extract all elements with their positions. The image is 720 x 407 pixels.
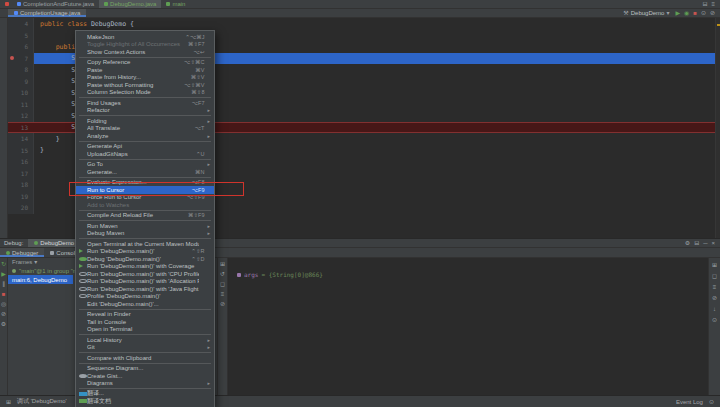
menu-item[interactable]: Paste from History... ⌘⇧V ▸ — [76, 74, 214, 82]
gutter-line-number[interactable]: 7 — [8, 53, 34, 65]
toolwindow-switcher-icon[interactable]: ⊞ — [6, 399, 11, 405]
more-icon[interactable]: ≡ — [711, 1, 715, 7]
gutter-line-number[interactable]: 5 — [8, 30, 34, 42]
gutter-line-number[interactable]: 10 — [8, 87, 34, 99]
rerun-icon[interactable]: ↻ — [1, 261, 6, 267]
menu-item[interactable]: Generate... ⌘N ▸ — [76, 168, 214, 176]
pause-icon[interactable]: ∥ — [2, 281, 5, 287]
layout-icon[interactable]: ⊟ — [702, 1, 707, 7]
menu-item[interactable]: Git ▸ — [76, 344, 214, 352]
gutter-line-number[interactable]: 19 — [8, 191, 34, 203]
gutter-line-number[interactable]: 18 — [8, 179, 34, 191]
stop-icon[interactable]: ■ — [2, 291, 6, 297]
menu-item[interactable]: Show Context Actions ⌥↩ ▸ — [76, 48, 214, 56]
menu-item[interactable]: Force Run to Cursor ⌥⇧F9 ▸ — [76, 194, 214, 202]
menu-item[interactable]: Run Maven ▸ — [76, 222, 214, 230]
editor-tab-completionusage[interactable]: CompletionUsage.java — [8, 9, 86, 17]
menu-item[interactable]: Run 'DebugDemo.main()' with 'Java Flight… — [76, 285, 214, 293]
menu-item[interactable]: UploadGitNaps ⌃U ▸ — [76, 150, 214, 158]
build-hammer-icon[interactable]: ⚒ — [623, 10, 628, 16]
window-tab-main[interactable]: main — [161, 0, 190, 8]
menu-item[interactable]: Copy Reference ⌥⇧⌘C ▸ — [76, 59, 214, 67]
menu-item[interactable]: Run 'DebugDemo.main()' with 'CPU Profile… — [76, 270, 214, 278]
menu-item[interactable]: Go To ▸ — [76, 161, 214, 169]
menu-item[interactable]: Refactor ▸ — [76, 107, 214, 115]
menu-item[interactable]: Sequence Diagram... ▸ — [76, 365, 214, 373]
menu-item[interactable]: Compile And Reload File ⌘⇧F9 ▸ — [76, 212, 214, 220]
left-toolwindow-rail[interactable] — [0, 18, 8, 238]
run-configuration[interactable]: ⚒ DebugDemo ▾ — [623, 10, 669, 16]
menu-item[interactable]: Debug 'DebugDemo.main()' ⌃⇧D ▸ — [76, 255, 214, 263]
search-everywhere-icon[interactable]: ⊘ — [710, 10, 715, 16]
gutter-line-number[interactable]: 4 — [8, 18, 34, 30]
gutter-line-number[interactable]: 9 — [8, 76, 34, 88]
menu-item[interactable]: Diagrams ▸ — [76, 380, 214, 388]
menu-item[interactable]: Create Gist... ▸ — [76, 372, 214, 380]
variable-row[interactable]: args = {String[0]@866} — [228, 270, 708, 279]
circle-icon[interactable]: ⊙ — [712, 317, 717, 323]
menu-item[interactable]: Add to Watches ▸ — [76, 201, 214, 209]
menu-item[interactable]: Debug Maven ▸ — [76, 230, 214, 238]
menu-item[interactable]: Profile 'DebugDemo.main()' ▸ — [76, 293, 214, 301]
bell-icon[interactable]: ⊙ — [709, 399, 714, 405]
frame-main[interactable]: main:6, DebugDemo — [8, 275, 73, 284]
restore-layout-icon[interactable]: ↺ — [220, 271, 225, 277]
menu-item[interactable]: MakeJson ⌃⌥⌘J ▸ — [76, 33, 214, 41]
gutter-line-number[interactable]: 6 — [8, 41, 34, 53]
tab-debugger[interactable]: Debugger — [0, 248, 44, 257]
gutter-line-number[interactable]: 20 — [8, 202, 34, 214]
menu-item[interactable]: Open Terminal at the Current Maven Modul… — [76, 240, 214, 248]
profiler-icon[interactable]: ⊙ — [701, 10, 706, 16]
list-icon[interactable]: ≡ — [221, 291, 225, 297]
resume-icon[interactable]: ▶ — [1, 271, 6, 277]
camera-icon[interactable]: ◻ — [220, 281, 225, 287]
menu-item[interactable]: Paste ⌘V ▸ — [76, 66, 214, 74]
menu-item[interactable]: Evaluate Expression... ⌥F8 ▸ — [76, 179, 214, 187]
gutter-line-number[interactable]: 15 — [8, 145, 34, 157]
menu-item[interactable]: Paste without Formatting ⌥⇧⌘V ▸ — [76, 81, 214, 89]
mute-breakpoints-icon[interactable]: ⊘ — [1, 311, 6, 317]
hide-icon[interactable]: ─ — [703, 240, 707, 246]
menu-item[interactable]: Generate Api ▸ — [76, 143, 214, 151]
menu-item[interactable]: Tail in Console ▸ — [76, 318, 214, 326]
menu-item[interactable]: Run 'DebugDemo.main()' ⌃⇧R ▸ — [76, 248, 214, 256]
variables-panel[interactable]: args = {String[0]@866} — [228, 258, 708, 395]
error-stripe[interactable] — [715, 18, 720, 238]
gutter-line-number[interactable]: 14 — [8, 133, 34, 145]
settings-icon[interactable]: ⚙ — [1, 321, 6, 327]
menu-item[interactable]: Analyze ▸ — [76, 132, 214, 140]
debug-bug-icon[interactable]: ◉ — [684, 10, 689, 16]
gutter-line-number[interactable]: 16 — [8, 156, 34, 168]
stop-icon[interactable]: ■ — [693, 10, 697, 16]
close-icon[interactable]: × — [711, 240, 715, 246]
window-control-icon[interactable] — [5, 2, 9, 6]
menu-item-run-to-cursor[interactable]: Run to Cursor ⌥F9 ▸ — [76, 186, 214, 194]
view-breakpoints-icon[interactable]: ◎ — [1, 301, 6, 307]
code-line[interactable]: 4 public class DebugDemo { — [8, 18, 720, 30]
menu-item[interactable]: Find Usages ⌥F7 ▸ — [76, 99, 214, 107]
down-icon[interactable]: ↓ — [713, 306, 716, 312]
float-icon[interactable]: ⊟ — [694, 240, 699, 246]
window-icon[interactable]: ◻ — [712, 273, 717, 279]
menu-item[interactable]: All Translate ⌥T ▸ — [76, 125, 214, 133]
breakpoint-icon[interactable] — [10, 56, 14, 60]
slash-icon[interactable]: ⊘ — [712, 295, 717, 301]
debug-session-tab[interactable]: DebugDemo — [28, 239, 80, 247]
gutter-line-number[interactable]: 11 — [8, 99, 34, 111]
window-tab-debugdemo[interactable]: DebugDemo.java — [99, 0, 161, 8]
menu-item[interactable]: Toggle Highlight of All Occurrences ⌘⇧F7… — [76, 41, 214, 49]
menu-item[interactable]: Local History ▸ — [76, 336, 214, 344]
window-tab-completionandfuture[interactable]: CompletionAndFuture.java — [12, 0, 99, 8]
gutter-line-number[interactable]: 13 — [8, 122, 34, 134]
menu-icon[interactable]: ≡ — [713, 284, 717, 290]
grid-icon[interactable]: ⊞ — [712, 262, 717, 268]
menu-item[interactable]: Edit 'DebugDemo.main()'... ▸ — [76, 300, 214, 308]
run-icon[interactable]: ▶ — [675, 10, 680, 16]
layout-icon[interactable]: ⊞ — [220, 261, 225, 267]
gutter-line-number[interactable]: 12 — [8, 110, 34, 122]
settings-icon[interactable]: ⚙ — [685, 240, 690, 246]
menu-item[interactable]: Open in Terminal ▸ — [76, 326, 214, 334]
menu-item[interactable]: 翻译文档 ▸ — [76, 398, 214, 406]
menu-item[interactable]: Compare with Clipboard ▸ — [76, 354, 214, 362]
menu-item[interactable]: Run 'DebugDemo.main()' with 'Allocation … — [76, 278, 214, 286]
